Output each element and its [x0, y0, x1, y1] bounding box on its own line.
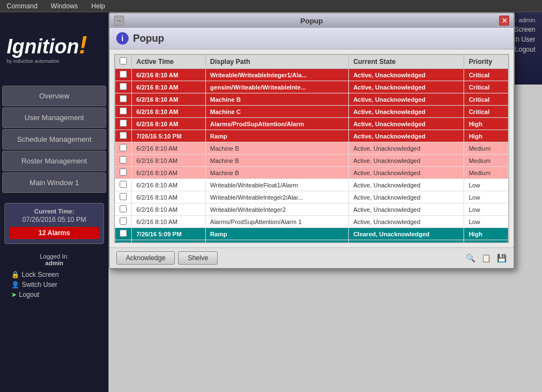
table-row[interactable]: 6/2/16 8:10 AM Machine B Active, Unackno… — [115, 155, 509, 167]
row-path-7: Machine B — [205, 155, 348, 167]
popup-header-title: Popup — [133, 33, 164, 44]
logo-area: Ignition! by inductive automation — [0, 12, 109, 85]
search-footer-icon[interactable]: 🔍 — [465, 252, 476, 264]
shelve-button[interactable]: Shelve — [178, 251, 218, 265]
popup-titlebar: ─ Popup ✕ — [110, 13, 514, 28]
row-checkbox-13[interactable] — [115, 228, 132, 240]
sidebar-lock-screen[interactable]: 🔒 Lock Screen — [9, 270, 104, 280]
header-current-state: Current State — [348, 55, 464, 69]
sidebar-item-roster-management[interactable]: Roster Management — [2, 151, 106, 171]
row-checkbox-4[interactable] — [115, 118, 132, 130]
app: Ignition! by inductive automation Overvi… — [0, 12, 542, 392]
row-state-8: Active, Unacknowledged — [348, 167, 464, 179]
menu-command[interactable]: Command — [4, 1, 40, 11]
row-path-5: Ramp — [205, 130, 348, 142]
row-priority-0: Critical — [464, 69, 509, 81]
popup-window: ─ Popup ✕ i Popup Active Time Display Pa… — [109, 12, 515, 269]
row-state-2: Active, Unacknowledged — [348, 93, 464, 106]
table-row[interactable]: 6/2/16 8:10 AM Machine C Active, Unackno… — [115, 106, 509, 118]
table-header-row: Active Time Display Path Current State P… — [115, 55, 509, 69]
notes-footer-icon[interactable]: 📋 — [480, 252, 491, 264]
logged-in-label: Logged In: — [4, 253, 104, 260]
row-state-13: Cleared, Unacknowledged — [348, 228, 464, 240]
sidebar-item-main-window[interactable]: Main Window 1 — [2, 172, 106, 193]
popup-footer: Acknowledge Shelve 🔍 📋 💾 — [110, 247, 514, 268]
table-row[interactable]: 6/2/16 8:10 AM Machine B Active, Unackno… — [115, 167, 509, 179]
row-time-3: 6/2/16 8:10 AM — [132, 106, 206, 118]
row-state-11: Active, Unacknowledged — [348, 204, 464, 216]
row-priority-8: Medium — [464, 167, 509, 179]
row-state-12: Active, Unacknowledged — [348, 216, 464, 228]
row-state-0: Active, Unacknowledged — [348, 69, 464, 81]
table-row[interactable]: 7/26/16 5:09 PM Ramp Cleared, Unacknowle… — [115, 228, 509, 240]
sidebar-item-schedule-management[interactable]: Schedule Management — [2, 129, 106, 150]
menu-help[interactable]: Help — [89, 1, 107, 11]
table-row[interactable]: 7/26/16 5:10 PM Ramp Active, Unacknowled… — [115, 130, 509, 142]
table-row[interactable]: 6/2/16 8:10 AM Machine B Active, Unackno… — [115, 142, 509, 155]
row-state-3: Active, Unacknowledged — [348, 106, 464, 118]
row-checkbox-6[interactable] — [115, 142, 132, 155]
row-state-5: Active, Unacknowledged — [348, 130, 464, 142]
table-row[interactable]: 6/2/16 8:10 AM Writeable/WriteableFloat1… — [115, 179, 509, 191]
table-row[interactable]: 7/26/16 5:09 PM Ramp Cleared, Unacknowle… — [115, 240, 509, 244]
row-checkbox-5[interactable] — [115, 130, 132, 142]
row-checkbox-8[interactable] — [115, 167, 132, 179]
table-row[interactable]: 6/2/16 8:10 AM Writeable/WriteableIntege… — [115, 191, 509, 204]
alarm-table-body: 6/2/16 8:10 AM Writeable/WriteableIntege… — [115, 69, 509, 244]
row-time-5: 7/26/16 5:10 PM — [132, 130, 206, 142]
alarm-table: Active Time Display Path Current State P… — [115, 54, 509, 243]
header-priority: Priority — [464, 55, 509, 69]
alarm-table-container[interactable]: Active Time Display Path Current State P… — [114, 54, 509, 243]
row-priority-1: Critical — [464, 81, 509, 93]
table-row[interactable]: 6/2/16 8:10 AM Writeable/WriteableIntege… — [115, 69, 509, 81]
popup-info-icon: i — [116, 32, 129, 44]
row-path-0: Writeable/WriteableInteger1/Ala... — [205, 69, 348, 81]
row-checkbox-1[interactable] — [115, 81, 132, 93]
row-priority-5: High — [464, 130, 509, 142]
select-all-checkbox[interactable] — [120, 57, 127, 64]
row-checkbox-9[interactable] — [115, 179, 132, 191]
logo-slash: ! — [79, 33, 87, 57]
row-checkbox-7[interactable] — [115, 155, 132, 167]
lock-icon: 🔒 — [11, 271, 19, 279]
row-path-14: Ramp — [205, 240, 348, 244]
export-footer-icon[interactable]: 💾 — [496, 252, 507, 264]
header-checkbox — [115, 55, 132, 69]
popup-minimize-button[interactable]: ─ — [114, 16, 124, 26]
menu-windows[interactable]: Windows — [48, 1, 80, 11]
row-checkbox-2[interactable] — [115, 93, 132, 106]
acknowledge-button[interactable]: Acknowledge — [116, 251, 175, 265]
sidebar-item-user-management[interactable]: User Management — [2, 107, 106, 128]
row-time-14: 7/26/16 5:09 PM — [132, 240, 206, 244]
row-priority-13: High — [464, 228, 509, 240]
row-checkbox-3[interactable] — [115, 106, 132, 118]
row-state-1: Active, Unacknowledged — [348, 81, 464, 93]
row-path-4: Alarms/ProdSupAttention/Alarm — [205, 118, 348, 130]
sidebar-item-overview[interactable]: Overview — [2, 86, 106, 106]
sidebar-switch-user[interactable]: 👤 Switch User — [9, 280, 104, 290]
header-logout-label: Logout — [515, 46, 535, 53]
popup-footer-icons: 🔍 📋 💾 — [465, 252, 507, 264]
alarm-button[interactable]: 12 Alarms — [9, 227, 99, 239]
table-row[interactable]: 6/2/16 8:10 AM Writeable/WriteableIntege… — [115, 204, 509, 216]
popup-close-button[interactable]: ✕ — [499, 16, 509, 26]
row-state-6: Active, Unacknowledged — [348, 142, 464, 155]
sidebar-logout[interactable]: ➤ Logout — [9, 290, 104, 300]
row-path-13: Ramp — [205, 228, 348, 240]
row-time-6: 6/2/16 8:10 AM — [132, 142, 206, 155]
row-checkbox-12[interactable] — [115, 216, 132, 228]
user-icon: 👤 — [11, 281, 19, 289]
row-time-9: 6/2/16 8:10 AM — [132, 179, 206, 191]
row-checkbox-14[interactable] — [115, 240, 132, 244]
row-priority-3: Critical — [464, 106, 509, 118]
row-checkbox-11[interactable] — [115, 204, 132, 216]
row-priority-10: Low — [464, 191, 509, 204]
row-checkbox-0[interactable] — [115, 69, 132, 81]
row-checkbox-10[interactable] — [115, 191, 132, 204]
table-row[interactable]: 6/2/16 8:10 AM gensim/Writeable/Writeabl… — [115, 81, 509, 93]
row-priority-14: High — [464, 240, 509, 244]
table-row[interactable]: 6/2/16 8:10 AM Machine B Active, Unackno… — [115, 93, 509, 106]
sidebar-nav: Overview User Management Schedule Manage… — [0, 85, 109, 194]
table-row[interactable]: 6/2/16 8:10 AM Alarms/ProdSupAttention/A… — [115, 118, 509, 130]
table-row[interactable]: 6/2/16 8:10 AM Alarms/ProdSupAttention/A… — [115, 216, 509, 228]
